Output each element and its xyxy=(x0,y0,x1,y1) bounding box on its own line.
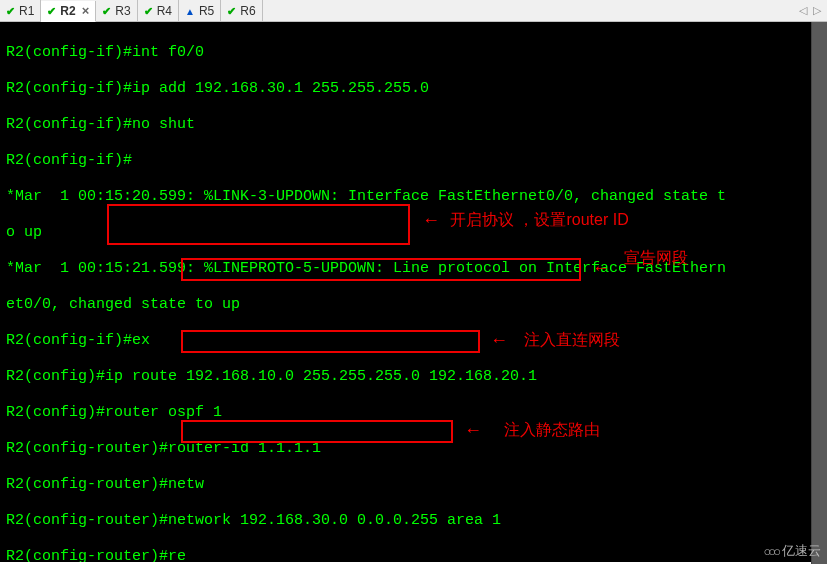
tab-r4[interactable]: R4 xyxy=(138,0,179,21)
tab-r6[interactable]: R6 xyxy=(221,0,262,21)
tab-nav-arrows: ◁ ▷ xyxy=(799,4,827,17)
terminal-line: R2(config-router)#router-id 1.1.1.1 xyxy=(6,440,821,458)
tab-nav-right-icon[interactable]: ▷ xyxy=(813,4,821,17)
terminal-line: R2(config-if)#no shut xyxy=(6,116,821,134)
check-icon xyxy=(47,4,58,18)
terminal-output[interactable]: R2(config-if)#int f0/0 R2(config-if)#ip … xyxy=(0,22,827,562)
terminal-scrollbar[interactable] xyxy=(811,22,827,564)
tab-label: R1 xyxy=(19,4,34,18)
terminal-line: R2(config-if)# xyxy=(6,152,821,170)
terminal-line: R2(config-router)#re xyxy=(6,548,821,562)
tab-nav-left-icon[interactable]: ◁ xyxy=(799,4,807,17)
tab-label: R4 xyxy=(157,4,172,18)
terminal-line: *Mar 1 00:15:21.599: %LINEPROTO-5-UPDOWN… xyxy=(6,260,821,278)
tab-label: R6 xyxy=(240,4,255,18)
terminal-line: *Mar 1 00:15:20.599: %LINK-3-UPDOWN: Int… xyxy=(6,188,821,206)
check-icon xyxy=(6,4,17,18)
watermark-logo-icon xyxy=(763,544,778,559)
terminal-line: R2(config-if)#ip add 192.168.30.1 255.25… xyxy=(6,80,821,98)
scrollbar-thumb[interactable] xyxy=(812,22,827,564)
check-icon xyxy=(102,4,113,18)
tab-r1[interactable]: R1 xyxy=(0,0,41,21)
watermark-text: 亿速云 xyxy=(782,542,821,560)
terminal-line: R2(config-if)#int f0/0 xyxy=(6,44,821,62)
terminal-line: R2(config-router)#netw xyxy=(6,476,821,494)
terminal-line: R2(config-if)#ex xyxy=(6,332,821,350)
terminal-line: R2(config)#ip route 192.168.10.0 255.255… xyxy=(6,368,821,386)
terminal-line: et0/0, changed state to up xyxy=(6,296,821,314)
warning-icon xyxy=(185,4,197,18)
terminal-line: R2(config)#router ospf 1 xyxy=(6,404,821,422)
terminal-line: R2(config-router)#network 192.168.30.0 0… xyxy=(6,512,821,530)
tab-r5[interactable]: R5 xyxy=(179,0,221,21)
check-icon xyxy=(227,4,238,18)
tab-label: R5 xyxy=(199,4,214,18)
tab-r2[interactable]: R2× xyxy=(41,1,96,22)
close-icon[interactable]: × xyxy=(82,3,90,18)
check-icon xyxy=(144,4,155,18)
tab-r3[interactable]: R3 xyxy=(96,0,137,21)
watermark: 亿速云 xyxy=(763,542,821,560)
tab-label: R2 xyxy=(60,4,75,18)
terminal-line: o up xyxy=(6,224,821,242)
tab-bar: R1 R2× R3 R4 R5 R6 ◁ ▷ xyxy=(0,0,827,22)
tab-label: R3 xyxy=(115,4,130,18)
